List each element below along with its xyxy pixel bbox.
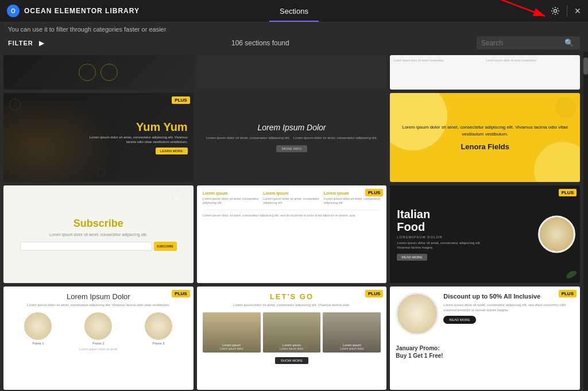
subscribe-title: Subscribe xyxy=(74,218,123,230)
logo: O OCEAN ELEMENTOR LIBRARY xyxy=(7,5,140,17)
card-discount[interactable]: PLUS Discount up to 50% All Inclusive Lo… xyxy=(390,287,580,390)
italian-desc: Lorem ipsum dolor sit amet, consectetur … xyxy=(397,241,494,250)
card-yellow-quote[interactable]: Lorem ipsum dolor sit amet, consectetur … xyxy=(390,93,580,182)
discount-title: Discount up to 50% All Inclusive xyxy=(443,292,574,300)
logo-icon: O xyxy=(7,5,20,17)
col1-text: Lorem ipsum dolor sit amet, consectetur … xyxy=(203,197,260,205)
filter-hint: You can use it to filter through categor… xyxy=(8,26,580,33)
pasta3-label: Pasta 3 xyxy=(145,342,172,345)
card-lorem-pasta[interactable]: PLUS Lorem Ipsum Dolor Lorem ipsum dolor… xyxy=(3,287,194,390)
italian-subtitle: LOREMIPSUM DOLOR xyxy=(397,235,494,239)
search-input[interactable] xyxy=(481,39,562,47)
plus-badge-letsgo: PLUS xyxy=(365,290,383,297)
header: O OCEAN ELEMENTOR LIBRARY Sections ✕ xyxy=(0,0,588,22)
plus-badge: PLUS xyxy=(172,96,189,104)
yumyum-subtitle: Lorem ipsum dolor sit amet, consectetur … xyxy=(90,136,188,145)
card-partial-food-dark[interactable] xyxy=(3,55,194,90)
header-tabs: Sections xyxy=(269,0,319,22)
letsgo-button[interactable]: SHOW MORE xyxy=(275,357,308,364)
letsgo-title: LET'S GO xyxy=(203,292,381,301)
col2-text: Lorem ipsum dolor sit amet, consectetur … xyxy=(263,197,320,205)
discount-button[interactable]: READ MORE xyxy=(443,316,475,324)
yumyum-title: Yum Yum xyxy=(90,121,188,134)
filter-bar: You can use it to filter through categor… xyxy=(0,22,588,52)
scrollbar-thumb[interactable] xyxy=(583,57,588,75)
svg-line-2 xyxy=(499,0,545,16)
lorem-dark-text-left: Lorem ipsum dolor sit amet, consectetur … xyxy=(206,136,290,140)
italian-button[interactable]: READ MORE xyxy=(397,254,427,261)
card-three-cols[interactable]: PLUS Lorem ipsum Lorem ipsum dolor sit a… xyxy=(197,185,387,283)
travel-card-2[interactable]: Lorem ipsumLorem ipsum dolor xyxy=(263,312,321,353)
pasta1-image xyxy=(24,312,52,340)
plus-badge-pasta: PLUS xyxy=(172,290,189,297)
pasta2-image xyxy=(84,312,112,340)
svg-point-3 xyxy=(555,97,576,118)
italian-title: ItalianFood xyxy=(397,208,494,233)
pasta-extra-text: Lorem ipsum dolor sit amet xyxy=(9,347,188,351)
plus-badge-three-cols: PLUS xyxy=(365,189,383,196)
col2-title: Lorem ipsum xyxy=(263,191,320,195)
template-grid: Lorem ipsum dolor sit amet consectetur L… xyxy=(0,52,583,390)
three-cols-bottom: Lorem ipsum dolor sit amet, consectetur … xyxy=(203,210,381,218)
header-divider xyxy=(567,5,567,17)
close-button[interactable]: ✕ xyxy=(574,6,581,16)
letsgo-subtitle: Lorem ipsum dolor sit amet, consectetur … xyxy=(203,303,381,308)
app-title: OCEAN ELEMENTOR LIBRARY xyxy=(24,7,140,15)
tab-sections[interactable]: Sections xyxy=(269,0,319,22)
settings-button[interactable] xyxy=(551,6,560,16)
card-italian[interactable]: PLUS ItalianFood LOREMIPSUM DOLOR Lorem … xyxy=(390,185,580,283)
lorem-dark-title: Lorem Ipsum Dolor xyxy=(257,123,326,132)
filter-label: FILTER xyxy=(8,40,33,47)
subscribe-subtitle: Lorem ipsum dolor sit amet, consectetur … xyxy=(49,232,147,238)
col1-title: Lorem ipsum xyxy=(203,191,260,195)
card-yumyum[interactable]: PLUS Yum Yum Lorem ipsum dolor sit amet,… xyxy=(3,93,194,182)
travel-card-3[interactable]: Lorem ipsumLorem ipsum dolor xyxy=(323,312,381,353)
header-actions: ✕ xyxy=(551,5,581,17)
lorem-pasta-subtitle: Lorem ipsum dolor sit amet, consectetur … xyxy=(9,303,188,308)
filter-arrow-icon[interactable]: ▶ xyxy=(39,39,44,47)
sections-count: 106 sections found xyxy=(50,39,471,47)
plus-badge-discount: PLUS xyxy=(559,290,577,297)
search-box: 🔍 xyxy=(477,36,580,49)
travel-card-1[interactable]: Lorem ipsumLorem ipsum dolor xyxy=(203,312,261,353)
discount-subtitle: Lorem ipsum dolor sit amet, consectetur … xyxy=(443,303,574,312)
lorem-pasta-title: Lorem Ipsum Dolor xyxy=(9,292,188,301)
yellow-quote-text: Lorem ipsum dolor sit amet, consectetur … xyxy=(398,124,572,138)
lorem-dark-text-right: Lorem ipsum dolor sit amet, consectetur … xyxy=(293,136,377,140)
travel3-label: Lorem ipsumLorem ipsum dolor xyxy=(340,343,363,350)
yellow-quote-name: Lenora Fields xyxy=(461,142,509,151)
card-lorem-ipsum-dark[interactable]: Lorem Ipsum Dolor Lorem ipsum dolor sit … xyxy=(197,93,387,182)
plus-badge-italian: PLUS xyxy=(559,189,577,196)
subscribe-button[interactable]: SUBSCRIBE xyxy=(154,242,177,251)
travel2-label: Lorem ipsumLorem ipsum dolor xyxy=(280,343,303,350)
pasta1-label: Pasta 1 xyxy=(24,342,52,345)
card-partial-mid-top[interactable] xyxy=(197,55,387,90)
subscribe-email-input[interactable] xyxy=(20,242,152,251)
pasta3-image xyxy=(145,312,172,340)
scrollbar[interactable] xyxy=(583,52,588,390)
travel1-label: Lorem ipsumLorem ipsum dolor xyxy=(219,343,243,350)
search-icon: 🔍 xyxy=(564,38,574,47)
yumyum-button[interactable]: LEARN MORE xyxy=(156,148,188,154)
pasta2-label: Pasta 2 xyxy=(84,342,112,345)
discount-promo: January Promo:Buy 1 Get 1 Free! xyxy=(396,344,443,359)
discount-plate-image xyxy=(396,292,439,335)
card-lets-go[interactable]: PLUS LET'S GO Lorem ipsum dolor sit amet… xyxy=(197,287,387,390)
leaf-decoration xyxy=(565,269,578,280)
svg-point-0 xyxy=(554,10,557,13)
card-partial-right-top[interactable]: Lorem ipsum dolor sit amet consectetur L… xyxy=(390,55,580,90)
card-subscribe[interactable]: Subscribe Lorem ipsum dolor sit amet, co… xyxy=(3,185,194,283)
italian-pasta-image xyxy=(538,216,575,253)
col3-text: Lorem ipsum dolor sit amet, consectetur … xyxy=(324,197,381,205)
lorem-dark-button[interactable]: MORE INFO xyxy=(276,145,307,152)
main-content: Lorem ipsum dolor sit amet consectetur L… xyxy=(0,52,588,390)
